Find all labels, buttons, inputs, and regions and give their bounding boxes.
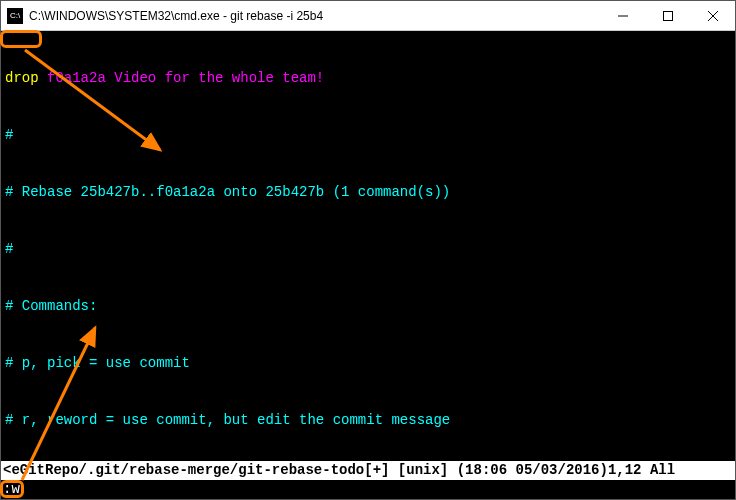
- close-icon: [708, 11, 718, 21]
- maximize-icon: [663, 11, 673, 21]
- comment-line: #: [5, 126, 731, 145]
- svg-rect-1: [663, 11, 672, 20]
- titlebar[interactable]: C:\ C:\WINDOWS\SYSTEM32\cmd.exe - git re…: [1, 1, 735, 31]
- commit-message: Video for the whole team!: [114, 70, 324, 86]
- cmd-window: C:\ C:\WINDOWS\SYSTEM32\cmd.exe - git re…: [0, 0, 736, 500]
- window-controls: [600, 1, 735, 30]
- comment-line: # p, pick = use commit: [5, 354, 731, 373]
- commit-hash: f0a1a2a: [47, 70, 106, 86]
- minimize-button[interactable]: [600, 1, 645, 30]
- terminal-content[interactable]: drop f0a1a2a Video for the whole team! #…: [1, 31, 735, 461]
- minimize-icon: [618, 11, 628, 21]
- comment-line: # Rebase 25b427b..f0a1a2a onto 25b427b (…: [5, 183, 731, 202]
- rebase-action: drop: [5, 69, 39, 88]
- vim-cmdline[interactable]: :w: [1, 480, 735, 499]
- comment-line: #: [5, 240, 731, 259]
- window-title: C:\WINDOWS\SYSTEM32\cmd.exe - git rebase…: [29, 9, 600, 23]
- close-button[interactable]: [690, 1, 735, 30]
- maximize-button[interactable]: [645, 1, 690, 30]
- vim-statusbar: <eGitRepo/.git/rebase-merge/git-rebase-t…: [1, 461, 735, 480]
- comment-line: # r, reword = use commit, but edit the c…: [5, 411, 731, 430]
- cmd-icon: C:\: [7, 8, 23, 24]
- comment-line: # Commands:: [5, 297, 731, 316]
